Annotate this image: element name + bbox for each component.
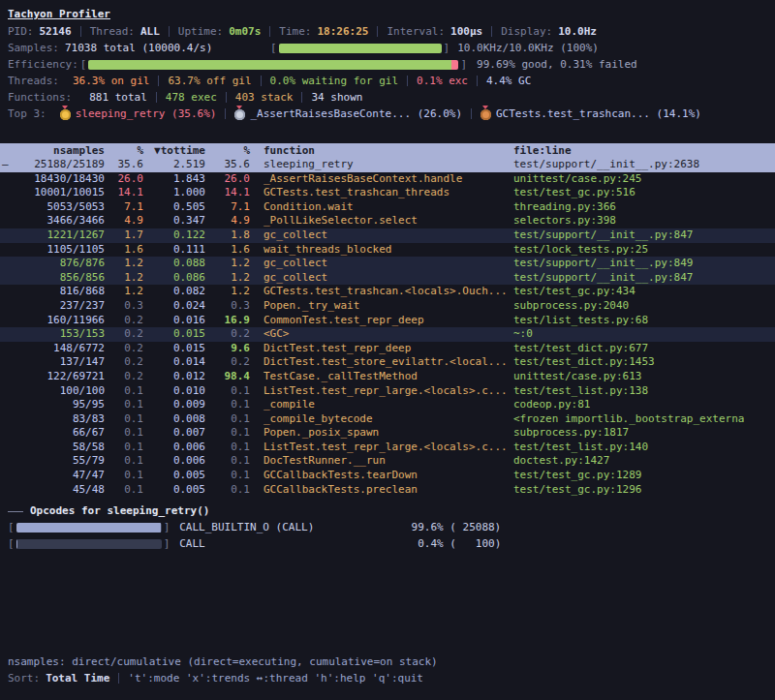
- function-table-body: –25188/2518935.62.51935.6sleeping_retryt…: [0, 158, 775, 497]
- table-row[interactable]: 83/830.10.0080.1_compile_bytecode<frozen…: [0, 412, 775, 427]
- table-row[interactable]: 148/67720.20.0159.6DictTest.test_repr_de…: [0, 342, 775, 356]
- opcode-row: []CALL0.4% ( 100): [8, 536, 767, 552]
- table-row[interactable]: 3466/34664.90.3474.9_PollLikeSelector.se…: [0, 214, 775, 228]
- efficiency-bar: [88, 60, 458, 70]
- table-row[interactable]: 816/8681.20.0821.2GCTests.test_trashcan.…: [0, 285, 775, 299]
- table-row[interactable]: 160/119660.20.01616.9CommonTest.test_rep…: [0, 314, 775, 328]
- pct-cum-cell: 0.1: [205, 426, 250, 441]
- nsamples-cell: 58/58: [8, 441, 105, 455]
- display-label: Display:: [501, 23, 552, 40]
- table-row[interactable]: 1221/12671.70.1221.8gc_collecttest/suppo…: [0, 228, 775, 243]
- column-header-function[interactable]: function: [250, 143, 513, 158]
- tottime-cell: 0.082: [143, 285, 205, 299]
- column-header-tottime[interactable]: ▼tottime: [143, 143, 205, 158]
- pct-cum-cell: 26.0: [205, 172, 250, 187]
- sort-label: Sort:: [8, 670, 40, 686]
- nsamples-cell: 5053/5053: [8, 200, 105, 215]
- samples-bar: [279, 44, 442, 53]
- divider: [80, 26, 81, 37]
- tottime-cell: 0.016: [143, 314, 205, 328]
- pct-cum-cell: 35.6: [205, 158, 250, 172]
- table-row[interactable]: 66/670.10.0070.1Popen._posix_spawnsubpro…: [0, 426, 775, 441]
- tottime-cell: 1.000: [143, 186, 205, 200]
- tottime-cell: 0.088: [143, 257, 205, 271]
- functions-stats: 881 total478 exec403 stack34 shown: [89, 89, 362, 106]
- opcode-bar-fill: [16, 523, 161, 533]
- column-header-pct-direct[interactable]: %: [105, 143, 143, 158]
- nsamples-cell: 1105/1105: [8, 243, 105, 258]
- interval-value: 100µs: [450, 23, 482, 40]
- function-cell: Condition.wait: [250, 200, 513, 215]
- table-row[interactable]: 18430/1843026.01.84326.0_AssertRaisesBas…: [0, 172, 775, 187]
- file-line-cell: test/test_list.py:140: [513, 441, 767, 455]
- thread-value[interactable]: ALL: [140, 23, 160, 40]
- divider: [377, 26, 378, 37]
- file-line-cell: threading.py:366: [513, 200, 767, 215]
- opcode-label: CALL: [179, 536, 402, 552]
- table-row[interactable]: 1105/11051.60.1111.6wait_threads_blocked…: [0, 243, 775, 258]
- pct-direct-cell: 0.2: [105, 314, 143, 328]
- efficiency-line: Efficiency: [ ] 99.69% good, 0.31% faile…: [8, 56, 767, 73]
- function-cell: ListTest.test_repr_large.<locals>.c...: [250, 384, 513, 399]
- pid-label: PID:: [8, 23, 34, 40]
- tottime-cell: 0.006: [143, 454, 205, 469]
- function-cell: Popen._try_wait: [250, 299, 513, 314]
- pct-cum-cell: 4.9: [205, 214, 250, 228]
- divider: [477, 76, 478, 86]
- opcode-bar-fill: [16, 539, 17, 549]
- table-row[interactable]: 95/950.10.0090.1_compilecodeop.py:81: [0, 398, 775, 412]
- table-row[interactable]: 45/480.10.0050.1GCCallbackTests.preclean…: [0, 483, 775, 498]
- file-line-cell: test/support/__init__.py:847: [513, 228, 767, 243]
- table-row[interactable]: 153/1530.20.0150.2<GC>~:0: [0, 327, 775, 342]
- nsamples-cell: 137/147: [8, 355, 105, 370]
- uptime-label: Uptime:: [178, 23, 223, 40]
- table-row[interactable]: 58/580.10.0060.1ListTest.test_repr_large…: [0, 441, 775, 455]
- pct-cum-cell: 0.1: [205, 454, 250, 469]
- pct-direct-cell: 7.1: [105, 200, 143, 215]
- table-row[interactable]: 47/470.10.0050.1GCCallbackTests.tearDown…: [0, 469, 775, 483]
- tottime-cell: 0.005: [143, 469, 205, 483]
- opcode-bar-track: [16, 539, 162, 549]
- function-cell: <GC>: [250, 327, 513, 342]
- pct-direct-cell: 1.7: [105, 228, 143, 243]
- pct-direct-cell: 0.1: [105, 483, 143, 498]
- pct-cum-cell: 0.3: [205, 299, 250, 314]
- divider: [156, 92, 157, 103]
- table-row[interactable]: 876/8761.20.0881.2gc_collecttest/support…: [0, 257, 775, 271]
- nsamples-cell: 47/47: [8, 469, 105, 483]
- table-row[interactable]: 122/697210.20.01298.4TestCase._callTestM…: [0, 370, 775, 384]
- nsamples-cell: 25188/25189: [8, 158, 105, 172]
- table-row[interactable]: 856/8561.20.0861.2gc_collecttest/support…: [0, 271, 775, 286]
- bracket-close: ]: [444, 40, 450, 56]
- column-header-file-line[interactable]: file:line: [513, 143, 767, 158]
- file-line-cell: test/list_tests.py:68: [513, 314, 767, 328]
- table-row[interactable]: 137/1470.20.0140.2DictTest.test_store_ev…: [0, 355, 775, 370]
- function-cell: _compile_bytecode: [250, 412, 513, 427]
- column-header-pct-cum[interactable]: %: [205, 143, 250, 158]
- pct-cum-cell: 1.2: [205, 271, 250, 286]
- pct-cum-cell: 98.4: [205, 370, 250, 384]
- samples-bar-fill: [279, 44, 442, 53]
- function-cell: gc_collect: [250, 271, 513, 286]
- table-row[interactable]: 5053/50537.10.5057.1Condition.waitthread…: [0, 200, 775, 215]
- table-row[interactable]: –25188/2518935.62.51935.6sleeping_retryt…: [0, 158, 775, 172]
- function-cell: GCCallbackTests.tearDown: [250, 469, 513, 483]
- column-header-nsamples[interactable]: nsamples: [8, 143, 105, 158]
- nsamples-cell: 1221/1267: [8, 228, 105, 243]
- table-row[interactable]: 237/2370.30.0240.3Popen._try_waitsubproc…: [0, 299, 775, 314]
- tottime-cell: 0.505: [143, 200, 205, 215]
- table-row[interactable]: 55/790.10.0060.1DocTestRunner.__rundocte…: [0, 454, 775, 469]
- efficiency-label: Efficiency:: [8, 56, 78, 73]
- function-cell: GCTests.test_trashcan_threads: [250, 186, 513, 200]
- file-line-cell: test/support/__init__.py:849: [513, 257, 767, 271]
- pct-cum-cell: 0.1: [205, 469, 250, 483]
- file-line-cell: test/support/__init__.py:2638: [513, 158, 767, 172]
- table-row[interactable]: 100/1000.10.0100.1ListTest.test_repr_lar…: [0, 384, 775, 399]
- table-row[interactable]: 10001/1001514.11.00014.1GCTests.test_tra…: [0, 186, 775, 200]
- threads-stats: 36.3% on gil63.7% off gil0.0% waiting fo…: [73, 73, 531, 89]
- uptime-value: 0m07s: [229, 23, 261, 40]
- samples-rate: 10.0KHz/10.0KHz (100%): [457, 40, 599, 56]
- nsamples-legend: nsamples: direct/cumulative (direct=exec…: [8, 654, 438, 670]
- divider: [301, 92, 302, 103]
- pct-cum-cell: 0.1: [205, 441, 250, 455]
